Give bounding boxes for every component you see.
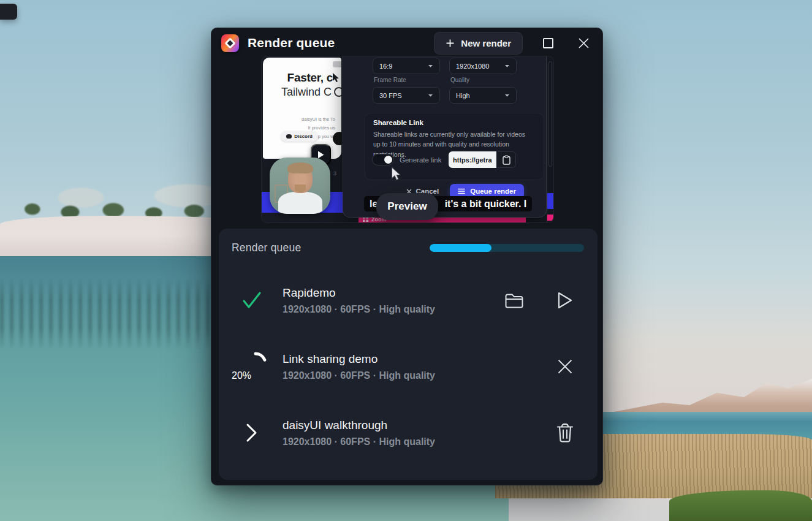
queue-render-label: Queue render: [470, 188, 516, 195]
queue-item-link-sharing-demo: 20% Link sharing demo 1920x1080 · 60FPS …: [219, 333, 598, 400]
new-render-label: New render: [461, 38, 511, 48]
chevron-right-icon: [246, 423, 258, 443]
play-render-button[interactable]: [555, 290, 575, 311]
timeline-tick-label: 3: [333, 170, 336, 177]
editor-right-panel-edge: [547, 56, 553, 222]
quality-select[interactable]: High: [449, 87, 517, 104]
thumbnail-heading-1: Faster, c: [287, 71, 333, 85]
check-icon: [241, 291, 262, 310]
status-queued: [233, 423, 270, 443]
queue-lines-icon: [458, 188, 465, 194]
chevron-down-icon: [428, 94, 433, 97]
preview-tooltip: Preview: [376, 193, 438, 220]
progress-percent-label: 20%: [232, 370, 251, 381]
frame-rate-select[interactable]: 30 FPS: [373, 87, 440, 104]
resolution-select[interactable]: 1920x1080: [449, 58, 517, 74]
item-title: daisyUI walkthrough: [283, 419, 555, 432]
x-icon: [556, 358, 574, 375]
frame-rate-value: 30 FPS: [379, 92, 402, 99]
titlebar: Render queue New render: [211, 28, 602, 58]
mouse-cursor-icon: [391, 167, 401, 181]
render-preview: Faster, c Tailwind C daisyUI is the To I…: [261, 56, 554, 223]
toggle-knob: [384, 156, 392, 164]
webcam-bubble: [270, 158, 330, 214]
discord-badge: Discord: [281, 131, 318, 142]
thumbnail-heading-2: Tailwind C: [281, 86, 332, 99]
maximize-icon: [543, 38, 553, 48]
render-queue-panel: Render queue Rapidemo 1920x1080 · 60FPS …: [219, 229, 598, 480]
discord-icon: [286, 134, 292, 139]
folder-icon: [504, 292, 524, 309]
diamond-glyph: [224, 37, 235, 48]
export-dialog: 16:9 1920x1080 Frame Rate Quality 30 FPS…: [343, 56, 547, 218]
queue-title: Render queue: [232, 241, 301, 254]
cancel-render-button[interactable]: [555, 356, 575, 377]
chevron-down-icon: [504, 64, 510, 68]
item-title: Rapidemo: [283, 286, 504, 300]
window-title: Render queue: [248, 36, 335, 50]
wallpaper-grass: [669, 490, 812, 521]
queue-header: Render queue: [232, 241, 584, 254]
item-meta: 1920x1080 · 60FPS · High quality: [283, 436, 555, 447]
item-text: daisyUI walkthrough 1920x1080 · 60FPS · …: [283, 419, 555, 447]
webcam-person-beard: [295, 184, 306, 192]
shareable-link-title: Shareable Link: [373, 119, 423, 126]
plus-icon: [446, 39, 455, 48]
maximize-button[interactable]: [539, 34, 557, 52]
copy-link-button[interactable]: [498, 151, 516, 168]
aspect-ratio-value: 16:9: [379, 63, 392, 70]
queue-item-daisyui-walkthrough: daisyUI walkthrough 1920x1080 · 60FPS · …: [219, 400, 598, 466]
app-logo-icon: [221, 34, 239, 52]
caption-right: it's a bit quicker. I: [445, 199, 527, 210]
chevron-down-icon: [504, 94, 510, 97]
item-actions: [555, 422, 575, 443]
progress-arc: 20%: [237, 352, 267, 381]
clipboard-icon: [503, 155, 510, 165]
video-cursor-icon: [332, 72, 340, 83]
thumbnail-dark-button: [333, 132, 341, 145]
quality-label: Quality: [450, 77, 469, 83]
close-icon: [577, 37, 590, 50]
render-queue-window: Render queue New render Faster, c Tailwi…: [211, 28, 603, 485]
item-title: Link sharing demo: [283, 352, 555, 366]
delete-render-button[interactable]: [555, 422, 575, 443]
click-ring-icon: [334, 87, 341, 97]
thumbnail-chip: [333, 61, 341, 67]
overall-progress-fill: [430, 244, 491, 252]
generate-link-label: Generate link: [400, 156, 441, 164]
chevron-down-icon: [428, 64, 433, 68]
trash-icon: [556, 423, 574, 443]
preview-tooltip-label: Preview: [387, 200, 427, 213]
play-outline-icon: [557, 291, 573, 310]
overall-progress-bar: [430, 244, 584, 252]
open-folder-button[interactable]: [504, 290, 525, 311]
resolution-value: 1920x1080: [456, 63, 489, 70]
background-window-corner: [0, 4, 17, 20]
item-meta: 1920x1080 · 60FPS · High quality: [283, 370, 555, 381]
item-actions: [504, 290, 575, 311]
thumbnail-body-line: It provides us: [308, 125, 335, 131]
aspect-ratio-select[interactable]: 16:9: [373, 58, 440, 74]
zoom-bar-sliver: [547, 215, 553, 221]
frame-rate-label: Frame Rate: [374, 77, 406, 83]
queue-list: Rapidemo 1920x1080 · 60FPS · High qualit…: [219, 267, 598, 466]
webcam-person-shirt: [278, 192, 322, 214]
timeline-clip-bar-sliver: [547, 193, 553, 209]
new-render-button[interactable]: New render: [434, 32, 523, 55]
webcam-person-hair: [287, 162, 313, 173]
queue-item-rapidemo: Rapidemo 1920x1080 · 60FPS · High qualit…: [219, 267, 598, 333]
quality-value: High: [456, 92, 470, 99]
discord-label: Discord: [294, 134, 313, 139]
item-text: Rapidemo 1920x1080 · 60FPS · High qualit…: [283, 286, 504, 315]
item-actions: [555, 356, 575, 377]
status-rendering: 20%: [233, 352, 270, 381]
item-text: Link sharing demo 1920x1080 · 60FPS · Hi…: [283, 352, 555, 381]
share-link-input[interactable]: [449, 151, 496, 168]
thumbnail-body-line: daisyUI is the To: [302, 116, 335, 122]
window-close-button[interactable]: [574, 34, 593, 52]
video-thumbnail: Faster, c Tailwind C daisyUI is the To I…: [263, 58, 341, 159]
generate-link-toggle[interactable]: [372, 154, 394, 165]
item-meta: 1920x1080 · 60FPS · High quality: [283, 304, 504, 315]
scrollbar[interactable]: [548, 61, 552, 167]
status-done: [233, 291, 270, 310]
